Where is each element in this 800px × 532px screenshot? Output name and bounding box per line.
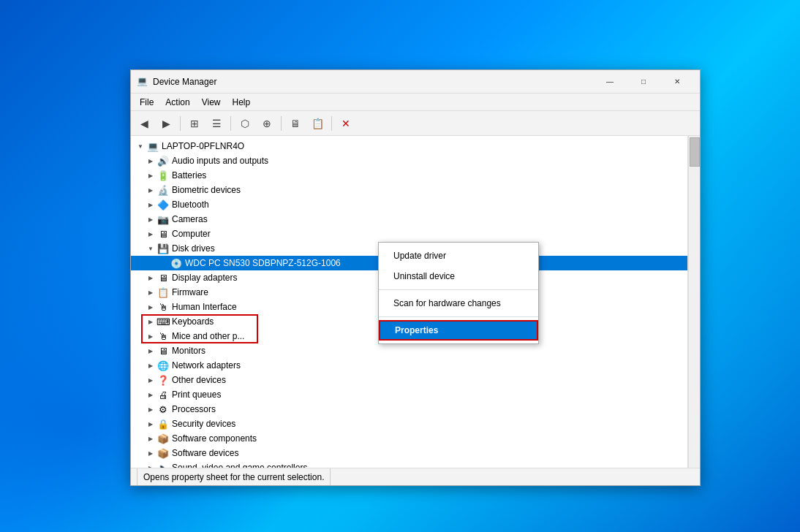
tree-item-batteries[interactable]: Batteries xyxy=(131,168,687,183)
audio-icon xyxy=(157,155,169,167)
action-button-2[interactable]: ⊕ xyxy=(257,114,277,133)
audio-label: Audio inputs and outputs xyxy=(172,156,268,166)
ctx-scan-changes[interactable]: Scan for hardware changes xyxy=(379,293,538,314)
disk-icon: 💾 xyxy=(157,243,169,254)
sw-devices-expander[interactable] xyxy=(144,446,157,460)
tree-item-print[interactable]: 🖨 Print queues xyxy=(131,387,687,402)
firmware-expander[interactable] xyxy=(144,286,157,299)
cameras-label: Cameras xyxy=(172,214,208,224)
maximize-button[interactable]: □ xyxy=(627,70,660,94)
other-icon: ❓ xyxy=(157,374,169,386)
window-icon: 💻 xyxy=(137,76,148,88)
sw-components-icon: 📦 xyxy=(157,433,169,444)
sound-expander[interactable] xyxy=(144,461,157,468)
menu-file[interactable]: File xyxy=(134,96,159,109)
context-menu: Update driver Uninstall device Scan for … xyxy=(378,242,539,344)
tree-item-security[interactable]: 🔒 Security devices xyxy=(131,417,687,431)
network-icon: 🌐 xyxy=(157,360,169,371)
sound-label: Sound, video and game controllers xyxy=(172,463,307,468)
minimize-button[interactable]: — xyxy=(593,70,627,94)
main-content: 💻 LAPTOP-0PFLNR4O Audio inputs and outpu… xyxy=(131,136,700,468)
tree-item-network[interactable]: 🌐 Network adapters xyxy=(131,358,687,373)
batteries-expander[interactable] xyxy=(144,169,157,182)
view-button-1[interactable]: ⊞ xyxy=(184,114,205,133)
monitors-label: Monitors xyxy=(172,346,205,356)
tree-root[interactable]: 💻 LAPTOP-0PFLNR4O xyxy=(131,139,687,153)
batteries-label: Batteries xyxy=(172,170,206,180)
tree-pane[interactable]: 💻 LAPTOP-0PFLNR4O Audio inputs and outpu… xyxy=(131,136,688,468)
keyboards-expander[interactable] xyxy=(144,315,157,328)
toolbar-separator-3 xyxy=(281,116,282,131)
action-button-1[interactable]: ⬡ xyxy=(235,114,255,133)
root-label: LAPTOP-0PFLNR4O xyxy=(162,141,244,151)
status-text: Opens property sheet for the current sel… xyxy=(137,468,331,485)
root-icon: 💻 xyxy=(147,140,159,152)
menu-view[interactable]: View xyxy=(196,96,227,109)
sw-components-label: Software components xyxy=(172,433,257,444)
scrollbar-thumb[interactable] xyxy=(690,137,700,167)
keyboards-icon: ⌨ xyxy=(157,316,169,327)
toolbar: ◀ ▶ ⊞ ☰ ⬡ ⊕ 🖥 📋 ✕ xyxy=(131,111,700,136)
tree-item-bluetooth[interactable]: 🔷 Bluetooth xyxy=(131,197,687,212)
network-label: Network adapters xyxy=(172,360,241,370)
biometric-label: Biometric devices xyxy=(172,185,241,195)
device-manager-window: 💻 Device Manager — □ ✕ File Action View … xyxy=(130,69,701,486)
display-icon: 🖥 xyxy=(157,272,169,284)
bluetooth-label: Bluetooth xyxy=(172,200,209,210)
monitor-button[interactable]: 🖥 xyxy=(285,114,306,133)
tree-item-sw-components[interactable]: 📦 Software components xyxy=(131,431,687,446)
window-controls: — □ ✕ xyxy=(593,70,694,94)
mice-expander[interactable] xyxy=(144,330,157,343)
security-label: Security devices xyxy=(172,419,235,429)
display-expander[interactable] xyxy=(144,271,157,284)
view-button-2[interactable]: ☰ xyxy=(206,114,227,133)
security-expander[interactable] xyxy=(144,417,157,430)
processors-expander[interactable] xyxy=(144,403,157,416)
root-expander[interactable] xyxy=(134,140,147,153)
tree-item-monitors[interactable]: 🖥 Monitors xyxy=(131,343,687,358)
mice-icon: 🖱 xyxy=(157,330,169,342)
mice-label: Mice and other p... xyxy=(172,331,244,341)
tree-item-processors[interactable]: ⚙ Processors xyxy=(131,402,687,417)
disk-label: Disk drives xyxy=(172,243,215,254)
delete-button[interactable]: ✕ xyxy=(336,114,356,133)
menu-action[interactable]: Action xyxy=(159,96,195,109)
monitors-icon: 🖥 xyxy=(157,345,169,357)
status-bar: Opens property sheet for the current sel… xyxy=(131,468,700,485)
back-button[interactable]: ◀ xyxy=(134,114,154,133)
audio-expander[interactable] xyxy=(144,154,157,167)
hid-label: Human Interface xyxy=(172,302,237,312)
sw-components-expander[interactable] xyxy=(144,432,157,445)
forward-button[interactable]: ▶ xyxy=(156,114,176,133)
tree-item-biometric[interactable]: 🔬 Biometric devices xyxy=(131,183,687,197)
other-label: Other devices xyxy=(172,375,226,385)
tree-item-computer[interactable]: 🖥 Computer xyxy=(131,227,687,241)
scrollbar[interactable] xyxy=(688,136,700,468)
biometric-expander[interactable] xyxy=(144,183,157,197)
ctx-properties[interactable]: Properties xyxy=(379,320,538,341)
other-expander[interactable] xyxy=(144,373,157,387)
close-button[interactable]: ✕ xyxy=(660,70,694,94)
tree-item-sw-devices[interactable]: 📦 Software devices xyxy=(131,446,687,460)
computer-expander[interactable] xyxy=(144,227,157,240)
toolbar-separator-2 xyxy=(230,116,231,131)
ctx-update-driver[interactable]: Update driver xyxy=(379,246,538,266)
cameras-expander[interactable] xyxy=(144,213,157,226)
biometric-icon: 🔬 xyxy=(157,184,169,196)
tree-item-sound[interactable]: 🔈 Sound, video and game controllers xyxy=(131,460,687,468)
sw-devices-label: Software devices xyxy=(172,448,238,458)
menu-help[interactable]: Help xyxy=(227,96,257,109)
network-expander[interactable] xyxy=(144,359,157,372)
print-icon: 🖨 xyxy=(157,389,169,400)
hid-expander[interactable] xyxy=(144,300,157,314)
ctx-uninstall-device[interactable]: Uninstall device xyxy=(379,266,538,286)
print-expander[interactable] xyxy=(144,388,157,401)
bluetooth-expander[interactable] xyxy=(144,198,157,211)
tree-item-audio[interactable]: Audio inputs and outputs xyxy=(131,153,687,168)
disk-expander[interactable] xyxy=(144,242,157,255)
tree-item-other[interactable]: ❓ Other devices xyxy=(131,373,687,387)
tree-item-cameras[interactable]: Cameras xyxy=(131,212,687,227)
monitors-expander[interactable] xyxy=(144,344,157,357)
window-title: Device Manager xyxy=(153,77,593,87)
properties-button[interactable]: 📋 xyxy=(307,114,328,133)
